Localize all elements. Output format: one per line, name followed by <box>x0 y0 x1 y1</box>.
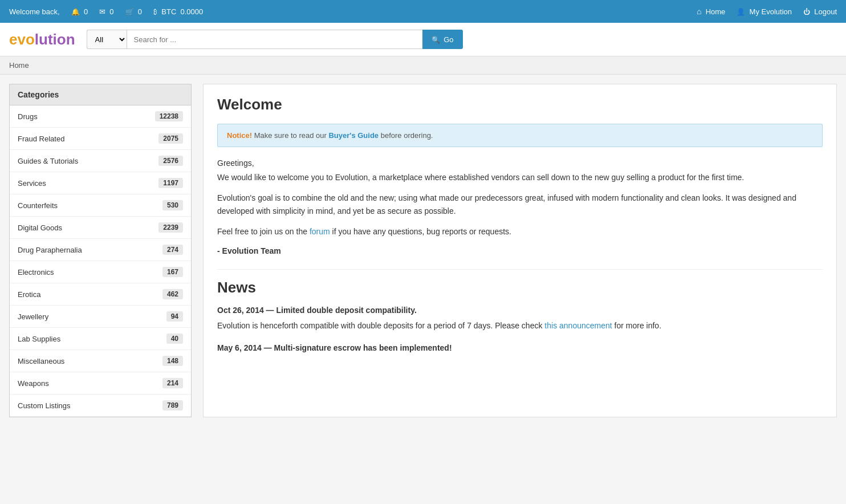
category-name: Electronics <box>18 268 54 277</box>
category-item[interactable]: Lab Supplies40 <box>10 328 191 350</box>
buyers-guide-link[interactable]: Buyer's Guide <box>328 131 379 140</box>
category-item[interactable]: Custom Listings789 <box>10 395 191 417</box>
welcome-para-1: We would like to welcome you to Evolutio… <box>217 171 823 184</box>
category-count: 2576 <box>158 156 183 166</box>
category-name: Erotica <box>18 290 40 299</box>
category-name: Drug Paraphernalia <box>18 246 82 254</box>
category-count: 2075 <box>158 133 183 144</box>
breadcrumb-home[interactable]: Home <box>9 61 29 70</box>
category-count: 167 <box>162 267 183 277</box>
btc-label: BTC <box>161 7 176 16</box>
btc-icon <box>153 7 157 16</box>
welcome-text: Welcome back, <box>9 7 60 16</box>
category-name: Fraud Related <box>18 135 64 143</box>
category-item[interactable]: Services1197 <box>10 172 191 194</box>
logout-icon <box>803 7 810 16</box>
mail-icon <box>99 7 105 16</box>
category-count: 214 <box>162 378 183 388</box>
category-name: Miscellaneous <box>18 357 64 365</box>
category-name: Custom Listings <box>18 401 70 410</box>
btc-value: 0.0000 <box>181 7 204 16</box>
topbar-right: Home My Evolution Logout <box>697 7 837 16</box>
category-item[interactable]: Digital Goods2239 <box>10 217 191 239</box>
topbar-left: Welcome back, 0 0 0 BTC 0.0000 <box>9 7 203 16</box>
category-name: Counterfeits <box>18 201 58 210</box>
news-item: Oct 26, 2014 — Limited double deposit co… <box>217 306 823 332</box>
category-count: 274 <box>162 245 183 255</box>
cart-icon <box>125 7 134 16</box>
header: evolution All Go <box>0 23 846 56</box>
category-item[interactable]: Jewellery94 <box>10 306 191 328</box>
notice-box: Notice! Make sure to read our Buyer's Gu… <box>217 124 823 147</box>
category-item[interactable]: Guides & Tutorials2576 <box>10 150 191 172</box>
nav-my-evolution[interactable]: My Evolution <box>737 7 792 16</box>
category-count: 12238 <box>155 111 183 121</box>
main-layout: Categories Drugs12238Fraud Related2075Gu… <box>0 75 846 426</box>
search-input[interactable] <box>127 30 423 49</box>
welcome-title: Welcome <box>217 96 823 113</box>
welcome-para-3: Feel free to join us on the forum if you… <box>217 225 823 238</box>
logo-evo: evo <box>9 31 35 48</box>
category-name: Lab Supplies <box>18 335 60 343</box>
category-item[interactable]: Electronics167 <box>10 261 191 283</box>
category-count: 789 <box>162 400 183 410</box>
news-link[interactable]: this announcement <box>544 321 612 330</box>
category-item[interactable]: Fraud Related2075 <box>10 128 191 150</box>
logo: evolution <box>9 31 75 48</box>
category-count: 2239 <box>158 222 183 233</box>
nav-logout[interactable]: Logout <box>803 7 837 16</box>
category-name: Jewellery <box>18 312 48 321</box>
cart-count: 0 <box>138 7 142 16</box>
category-name: Drugs <box>18 112 38 121</box>
notice-text: Make sure to read our <box>252 131 328 140</box>
category-name: Services <box>18 179 46 188</box>
category-item[interactable]: Counterfeits530 <box>10 194 191 217</box>
category-count: 148 <box>162 356 183 366</box>
category-count: 530 <box>162 200 183 210</box>
category-item[interactable]: Erotica462 <box>10 283 191 306</box>
notifications-item[interactable]: 0 <box>71 7 88 16</box>
category-item[interactable]: Drugs12238 <box>10 105 191 128</box>
news-title: News <box>217 269 823 296</box>
greetings-line: Greetings, <box>217 158 823 168</box>
news-list: Oct 26, 2014 — Limited double deposit co… <box>217 306 823 352</box>
breadcrumb: Home <box>0 56 846 75</box>
message-count: 0 <box>109 7 113 16</box>
notification-count: 0 <box>84 7 88 16</box>
nav-home[interactable]: Home <box>697 7 725 16</box>
messages-item[interactable]: 0 <box>99 7 113 16</box>
cart-item[interactable]: 0 <box>125 7 142 16</box>
category-item[interactable]: Weapons214 <box>10 372 191 395</box>
category-name: Guides & Tutorials <box>18 157 78 165</box>
logo-lution: lution <box>35 31 75 48</box>
news-body: Evolution is henceforth compatible with … <box>217 319 823 332</box>
sidebar: Categories Drugs12238Fraud Related2075Gu… <box>9 84 192 417</box>
news-headline: Oct 26, 2014 — Limited double deposit co… <box>217 306 823 315</box>
categories-header: Categories <box>9 84 192 105</box>
user-icon <box>737 7 745 16</box>
topbar: Welcome back, 0 0 0 BTC 0.0000 Home My E… <box>0 0 846 23</box>
category-item[interactable]: Miscellaneous148 <box>10 350 191 372</box>
content-area: Welcome Notice! Make sure to read our Bu… <box>203 84 837 417</box>
category-count: 462 <box>162 289 183 299</box>
forum-link[interactable]: forum <box>310 227 330 236</box>
search-category-select[interactable]: All <box>87 30 127 49</box>
search-button[interactable]: Go <box>422 30 462 49</box>
welcome-para-2: Evolution's goal is to combine the old a… <box>217 192 823 217</box>
category-name: Digital Goods <box>18 223 62 232</box>
bell-icon <box>71 7 80 16</box>
team-signature: - Evolution Team <box>217 246 823 255</box>
news-item: May 6, 2014 — Multi-signature escrow has… <box>217 343 823 352</box>
news-headline: May 6, 2014 — Multi-signature escrow has… <box>217 343 823 352</box>
category-item[interactable]: Drug Paraphernalia274 <box>10 239 191 261</box>
btc-item: BTC 0.0000 <box>153 7 203 16</box>
notice-after: before ordering. <box>379 131 433 140</box>
category-count: 1197 <box>158 178 183 188</box>
search-icon <box>432 35 440 44</box>
categories-list: Drugs12238Fraud Related2075Guides & Tuto… <box>9 105 192 417</box>
home-icon <box>697 7 701 16</box>
category-count: 94 <box>166 311 183 322</box>
category-count: 40 <box>166 334 183 344</box>
category-name: Weapons <box>18 379 49 388</box>
search-form: All Go <box>87 30 463 49</box>
